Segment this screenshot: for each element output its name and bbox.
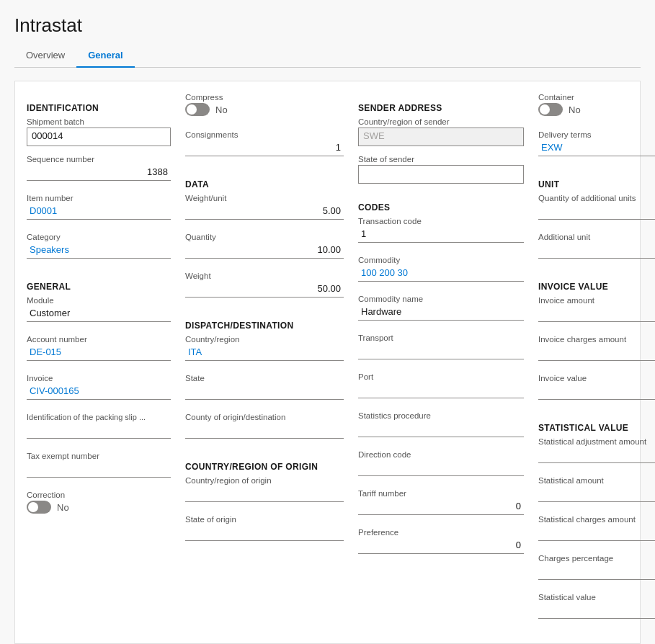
charges-pct-value[interactable]: 0.00 [538, 564, 655, 580]
direction-code-value[interactable] [358, 460, 524, 476]
quantity-value[interactable]: 10.00 [185, 243, 344, 259]
weight-unit-value[interactable]: 5.00 [185, 204, 344, 220]
transaction-code-label: Transaction code [358, 217, 524, 225]
container-toggle[interactable] [538, 103, 563, 116]
account-number-value[interactable]: DE-015 [27, 345, 171, 361]
qty-additional-label: Quantity of additional units [538, 194, 655, 202]
category-field: Category Speakers [27, 233, 171, 264]
weight-unit-field: Weight/unit 5.00 [185, 194, 344, 225]
unit-header: UNIT [538, 179, 655, 189]
tax-exempt-value[interactable] [27, 462, 171, 478]
module-label: Module [27, 296, 171, 305]
country-region-origin-header: COUNTRY/REGION OF ORIGIN [185, 462, 344, 472]
commodity-name-label: Commodity name [358, 295, 524, 303]
additional-unit-label: Additional unit [538, 233, 655, 241]
preference-label: Preference [358, 528, 524, 537]
delivery-terms-label: Delivery terms [538, 130, 655, 139]
stat-adjustment-value[interactable]: 0.00 [538, 447, 655, 463]
tariff-number-value[interactable]: 0 [358, 499, 524, 515]
tab-bar: Overview General [14, 45, 641, 68]
transaction-code-value[interactable]: 1 [358, 227, 524, 243]
stat-adjustment-field: Statistical adjustment amount 0.00 [538, 437, 655, 469]
country-sender-input: SWE [358, 128, 524, 146]
item-number-field: Item number D0001 [27, 194, 171, 225]
column-1: IDENTIFICATION Shipment batch 000014 Seq… [27, 93, 171, 632]
sequence-number-label: Sequence number [27, 155, 171, 164]
country-sender-label: Country/region of sender [358, 117, 524, 126]
consignments-value: 1 [185, 140, 344, 156]
preference-value[interactable]: 0 [358, 538, 524, 554]
qty-additional-value[interactable]: 0.00 [538, 204, 655, 220]
state-sender-label: State of sender [358, 155, 524, 164]
quantity-label: Quantity [185, 233, 344, 241]
dispatch-country-label: Country/region [185, 335, 344, 344]
compress-label: Compress [185, 93, 344, 102]
compress-row: Compress No [185, 93, 344, 123]
delivery-terms-value[interactable]: EXW [538, 140, 655, 156]
port-field: Port [358, 372, 524, 404]
packing-slip-label: Identification of the packing slip ... [27, 413, 171, 421]
invoice-amount-label: Invoice amount [538, 296, 655, 305]
stat-charges-value[interactable]: 0.00 [538, 525, 655, 541]
country-region-origin-value[interactable] [185, 486, 344, 502]
state-of-origin-value[interactable] [185, 525, 344, 541]
shipment-batch-field: Shipment batch 000014 [27, 117, 171, 148]
invoice-value[interactable]: CIV-000165 [27, 384, 171, 400]
module-value: Customer [27, 306, 171, 322]
transport-value[interactable] [358, 344, 524, 359]
dispatch-country-field: Country/region ITA [185, 335, 344, 367]
port-value[interactable] [358, 383, 524, 398]
weight-value[interactable]: 50.00 [185, 282, 344, 298]
commodity-name-field: Commodity name Hardware [358, 295, 524, 326]
direction-code-label: Direction code [358, 450, 524, 459]
compress-toggle[interactable] [185, 103, 210, 116]
quantity-field: Quantity 10.00 [185, 233, 344, 264]
transport-label: Transport [358, 334, 524, 342]
additional-unit-value[interactable] [538, 243, 655, 259]
stat-value-value[interactable]: 3,290.00 [538, 603, 655, 619]
invoice-charges-label: Invoice charges amount [538, 335, 655, 344]
category-value[interactable]: Speakers [27, 243, 171, 259]
state-of-origin-field: State of origin [185, 515, 344, 547]
correction-toggle-row: No [27, 501, 171, 514]
delivery-terms-field: Delivery terms EXW [538, 130, 655, 162]
packing-slip-value[interactable] [27, 423, 171, 439]
codes-header: CODES [358, 202, 524, 213]
stat-charges-label: Statistical charges amount [538, 515, 655, 524]
invoice-amount-value[interactable]: 3,290.00 [538, 306, 655, 322]
stat-amount-field: Statistical amount 3,290.00 [538, 476, 655, 508]
tariff-number-field: Tariff number 0 [358, 489, 524, 521]
correction-toggle-label: No [57, 502, 69, 513]
stat-amount-value[interactable]: 3,290.00 [538, 486, 655, 502]
charges-pct-field: Charges percentage 0.00 [538, 554, 655, 586]
column-4: Container No Delivery terms EXW UNIT Qua… [538, 93, 655, 632]
state-sender-input[interactable] [358, 165, 524, 184]
shipment-batch-input[interactable]: 000014 [27, 128, 171, 146]
country-sender-field: Country/region of sender SWE [358, 117, 524, 148]
commodity-name-value[interactable]: Hardware [358, 305, 524, 321]
invoice-value-value[interactable]: 3,290.00 [538, 384, 655, 400]
country-region-origin-field: Country/region of origin [185, 476, 344, 508]
container-label: Container [538, 93, 655, 102]
state-value[interactable] [185, 384, 344, 400]
county-origin-value[interactable] [185, 423, 344, 439]
sequence-number-value: 1388 [27, 165, 171, 181]
invoice-label: Invoice [27, 374, 171, 383]
container-toggle-label: No [569, 104, 581, 115]
shipment-batch-label: Shipment batch [27, 117, 171, 126]
compress-toggle-label: No [215, 104, 228, 115]
dispatch-country-value[interactable]: ITA [185, 345, 344, 361]
account-number-field: Account number DE-015 [27, 335, 171, 367]
statistics-procedure-value[interactable] [358, 421, 524, 437]
packing-slip-field: Identification of the packing slip ... [27, 413, 171, 444]
commodity-value[interactable]: 100 200 30 [358, 266, 524, 282]
tab-overview[interactable]: Overview [14, 45, 76, 68]
tab-general[interactable]: General [76, 45, 134, 68]
correction-toggle[interactable] [27, 501, 51, 514]
container-toggle-row: No [538, 103, 655, 116]
item-number-value[interactable]: D0001 [27, 204, 171, 220]
invoice-value-label: Invoice value [538, 374, 655, 383]
general-header: GENERAL [27, 282, 171, 292]
invoice-charges-value[interactable]: 0.00 [538, 345, 655, 361]
transaction-code-field: Transaction code 1 [358, 217, 524, 249]
